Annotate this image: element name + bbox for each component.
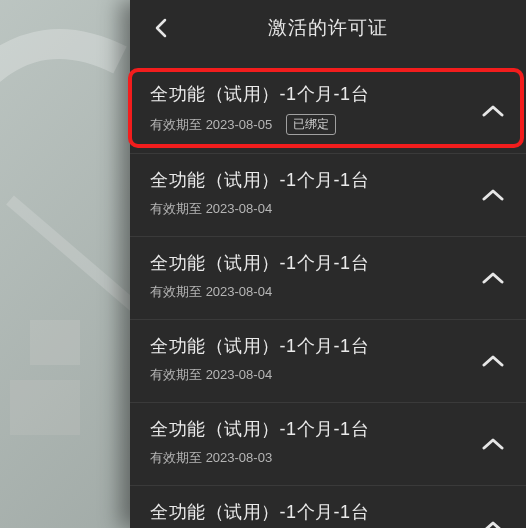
chevron-up-icon	[482, 271, 504, 285]
license-title: 全功能（试用）-1个月-1台	[150, 334, 506, 358]
chevron-left-icon	[154, 18, 168, 38]
panel-title: 激活的许可证	[130, 15, 526, 41]
license-list: 全功能（试用）-1个月-1台 有效期至 2023-08-05 已绑定 全功能（试…	[130, 56, 526, 528]
license-title: 全功能（试用）-1个月-1台	[150, 500, 506, 524]
license-title: 全功能（试用）-1个月-1台	[150, 251, 506, 275]
license-subtitle: 有效期至 2023-08-04	[150, 366, 506, 384]
svg-rect-1	[10, 380, 80, 435]
license-subtitle: 有效期至 2023-08-03	[150, 449, 506, 467]
expiry-text: 有效期至 2023-08-03	[150, 449, 272, 467]
expiry-text: 有效期至 2023-08-04	[150, 283, 272, 301]
license-subtitle: 有效期至 2023-08-04	[150, 200, 506, 218]
expiry-text: 有效期至 2023-08-05	[150, 116, 272, 134]
license-item[interactable]: 全功能（试用）-1个月-1台 有效期至 2023-08-03	[130, 403, 526, 486]
svg-rect-0	[30, 320, 80, 365]
chevron-up-icon	[482, 188, 504, 202]
license-item[interactable]: 全功能（试用）-1个月-1台 有效期至 2023-08-04	[130, 320, 526, 403]
license-subtitle: 有效期至 2023-08-04	[150, 283, 506, 301]
panel-header: 激活的许可证	[130, 0, 526, 56]
back-button[interactable]	[154, 0, 168, 56]
license-title: 全功能（试用）-1个月-1台	[150, 417, 506, 441]
license-panel: 激活的许可证 全功能（试用）-1个月-1台 有效期至 2023-08-05 已绑…	[130, 0, 526, 528]
license-item[interactable]: 全功能（试用）-1个月-1台 有效期至 2023-08-05 已绑定	[130, 68, 526, 154]
background-shapes	[0, 0, 130, 528]
chevron-up-icon	[482, 104, 504, 118]
license-item[interactable]: 全功能（试用）-1个月-1台 有效期至 2023-08-04	[130, 154, 526, 237]
expiry-text: 有效期至 2023-08-04	[150, 366, 272, 384]
license-item[interactable]: 全功能（试用）-1个月-1台 有效期至 2023-07-31	[130, 486, 526, 528]
license-title: 全功能（试用）-1个月-1台	[150, 168, 506, 192]
license-item[interactable]: 全功能（试用）-1个月-1台 有效期至 2023-08-04	[130, 237, 526, 320]
license-title: 全功能（试用）-1个月-1台	[150, 82, 506, 106]
license-subtitle: 有效期至 2023-08-05 已绑定	[150, 114, 506, 135]
expiry-text: 有效期至 2023-08-04	[150, 200, 272, 218]
chevron-up-icon	[482, 437, 504, 451]
chevron-up-icon	[482, 520, 504, 528]
chevron-up-icon	[482, 354, 504, 368]
bound-badge: 已绑定	[286, 114, 336, 135]
